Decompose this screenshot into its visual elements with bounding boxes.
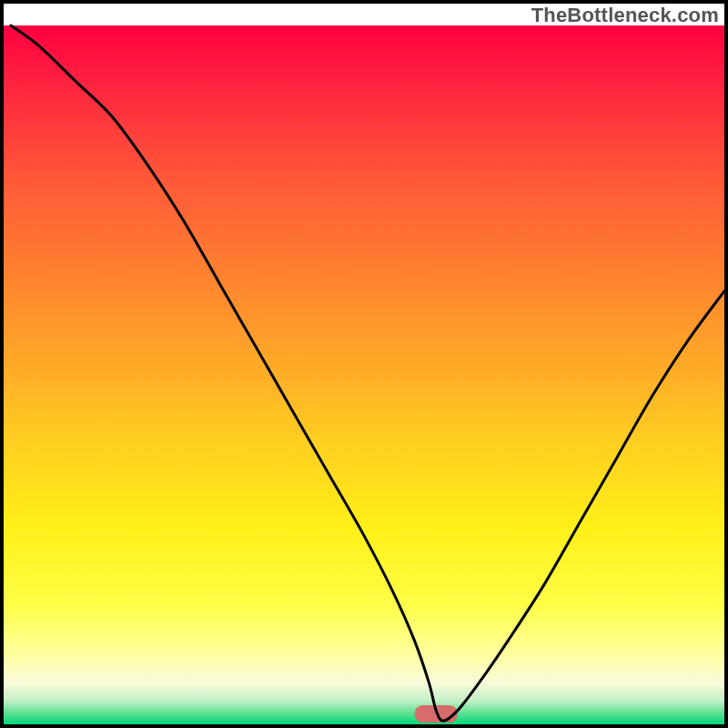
watermark-text: TheBottleneck.com <box>531 4 719 27</box>
gradient-background <box>4 25 724 724</box>
chart-canvas <box>0 0 728 728</box>
bottleneck-chart: TheBottleneck.com <box>0 0 728 728</box>
